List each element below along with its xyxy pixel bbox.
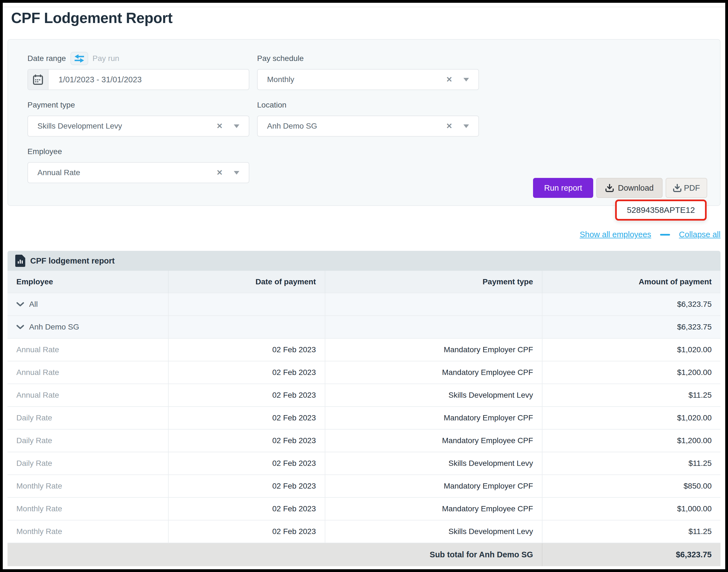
report-panel-title: CPF lodgement report	[30, 256, 115, 266]
download-button[interactable]: Download	[596, 178, 663, 198]
cell-type: Mandatory Employee CPF	[325, 429, 542, 452]
group-row-all[interactable]: All $6,323.75	[7, 293, 721, 316]
download-code: 52894358APTE12	[627, 205, 695, 215]
chevron-down-icon	[16, 302, 24, 307]
pay-schedule-value: Monthly	[258, 75, 478, 84]
download-code-popover[interactable]: 52894358APTE12	[615, 200, 707, 221]
date-range-label-row: Date range Pay run	[27, 52, 249, 65]
table-header-row: Employee Date of payment Payment type Am…	[7, 271, 721, 293]
field-pay-schedule: Pay schedule Monthly ✕	[257, 52, 479, 90]
cell-type: Skills Development Levy	[325, 384, 542, 407]
cpf-lodgement-table: Employee Date of payment Payment type Am…	[7, 271, 721, 566]
cell-date: 02 Feb 2023	[168, 361, 325, 384]
cell-date: 02 Feb 2023	[168, 429, 325, 452]
report-file-icon	[15, 255, 25, 267]
top-divider	[3, 7, 725, 7]
location-select[interactable]: Anh Demo SG ✕	[257, 116, 479, 137]
cell-type: Mandatory Employer CPF	[325, 338, 542, 361]
chevron-down-icon[interactable]	[234, 171, 239, 174]
run-report-button[interactable]: Run report	[533, 178, 593, 198]
cell-amount: $1,200.00	[542, 361, 721, 384]
filter-grid: Date range Pay run	[27, 52, 479, 192]
cell-type: Mandatory Employer CPF	[325, 475, 542, 497]
minus-icon	[660, 234, 670, 235]
employee-select[interactable]: Annual Rate ✕	[27, 162, 249, 183]
cell-employee: Annual Rate	[7, 384, 168, 407]
show-all-employees-link[interactable]: Show all employees	[580, 230, 651, 239]
subtotal-amount: $6,323.75	[542, 543, 721, 566]
payment-type-select[interactable]: Skills Development Levy ✕	[27, 116, 249, 137]
location-value: Anh Demo SG	[258, 122, 478, 131]
pay-schedule-label: Pay schedule	[257, 52, 479, 65]
group-row-location[interactable]: Anh Demo SG $6,323.75	[7, 316, 721, 338]
cell-employee: Annual Rate	[7, 361, 168, 384]
employee-label: Employee	[27, 145, 249, 158]
calendar-button[interactable]	[28, 70, 49, 89]
cell-amount: $11.25	[542, 452, 721, 475]
cell-date: 02 Feb 2023	[168, 475, 325, 497]
cell-type: Mandatory Employee CPF	[325, 497, 542, 520]
cell-amount: $1,020.00	[542, 338, 721, 361]
clear-icon[interactable]: ✕	[446, 75, 452, 84]
cell-date: 02 Feb 2023	[168, 407, 325, 429]
clear-icon[interactable]: ✕	[446, 122, 452, 131]
chevron-down-icon	[16, 325, 24, 330]
table-row: Annual Rate 02 Feb 2023 Skills Developme…	[7, 384, 721, 407]
chevron-down-icon[interactable]	[464, 125, 469, 128]
cell-employee: Annual Rate	[7, 338, 168, 361]
cell-amount: $850.00	[542, 475, 721, 497]
cell-date: 02 Feb 2023	[168, 497, 325, 520]
cell-employee: Monthly Rate	[7, 520, 168, 543]
swap-mode-button[interactable]	[70, 52, 88, 65]
cell-date: 02 Feb 2023	[168, 452, 325, 475]
table-row: Monthly Rate 02 Feb 2023 Mandatory Emplo…	[7, 475, 721, 497]
calendar-icon	[33, 74, 43, 85]
location-label: Location	[257, 98, 479, 112]
cell-amount: $1,020.00	[542, 407, 721, 429]
cell-amount: $1,200.00	[542, 429, 721, 452]
page-title: CPF Lodgement Report	[11, 9, 173, 26]
collapse-all-link[interactable]: Collapse all	[679, 230, 721, 239]
report-panel: CPF lodgement report Employee Date of pa…	[7, 251, 721, 566]
field-location: Location Anh Demo SG ✕	[257, 98, 479, 137]
payment-type-label: Payment type	[27, 98, 249, 112]
cell-date: 02 Feb 2023	[168, 384, 325, 407]
group-amount: $6,323.75	[542, 316, 721, 338]
employee-value: Annual Rate	[28, 168, 249, 177]
pay-run-label: Pay run	[93, 54, 120, 63]
report-actions: Run report Download PDF	[533, 178, 707, 198]
table-row: Annual Rate 02 Feb 2023 Mandatory Employ…	[7, 338, 721, 361]
cell-employee: Monthly Rate	[7, 497, 168, 520]
date-range-label: Date range	[27, 54, 66, 63]
clear-icon[interactable]: ✕	[216, 122, 223, 131]
cell-employee: Daily Rate	[7, 407, 168, 429]
col-header-type: Payment type	[325, 271, 542, 293]
col-header-date: Date of payment	[168, 271, 325, 293]
swap-arrows-icon	[74, 54, 84, 63]
field-date-range: Date range Pay run	[27, 52, 249, 90]
pdf-label: PDF	[684, 184, 700, 193]
clear-icon[interactable]: ✕	[216, 168, 223, 177]
date-range-input[interactable]	[49, 75, 249, 84]
group-label-text: All	[29, 300, 38, 309]
app-window: CPF Lodgement Report Date range Pay run	[0, 0, 728, 572]
cell-type: Skills Development Levy	[325, 520, 542, 543]
payment-type-value: Skills Development Levy	[28, 122, 249, 131]
pay-schedule-select[interactable]: Monthly ✕	[257, 69, 479, 90]
field-employee: Employee Annual Rate ✕	[27, 145, 249, 183]
field-payment-type: Payment type Skills Development Levy ✕	[27, 98, 249, 137]
report-panel-header: CPF lodgement report	[7, 251, 721, 271]
payment-type-label-text: Payment type	[27, 100, 75, 110]
table-row: Annual Rate 02 Feb 2023 Mandatory Employ…	[7, 361, 721, 384]
cell-type: Skills Development Levy	[325, 452, 542, 475]
group-label-text: Anh Demo SG	[29, 323, 79, 332]
table-row: Daily Rate 02 Feb 2023 Skills Developmen…	[7, 452, 721, 475]
table-row: Monthly Rate 02 Feb 2023 Skills Developm…	[7, 520, 721, 543]
chevron-down-icon[interactable]	[464, 78, 469, 81]
table-links-row: Show all employees Collapse all	[580, 230, 721, 239]
cell-amount: $1,000.00	[542, 497, 721, 520]
location-label-text: Location	[257, 100, 287, 110]
cell-date: 02 Feb 2023	[168, 520, 325, 543]
pdf-button[interactable]: PDF	[666, 178, 707, 198]
chevron-down-icon[interactable]	[234, 125, 239, 128]
